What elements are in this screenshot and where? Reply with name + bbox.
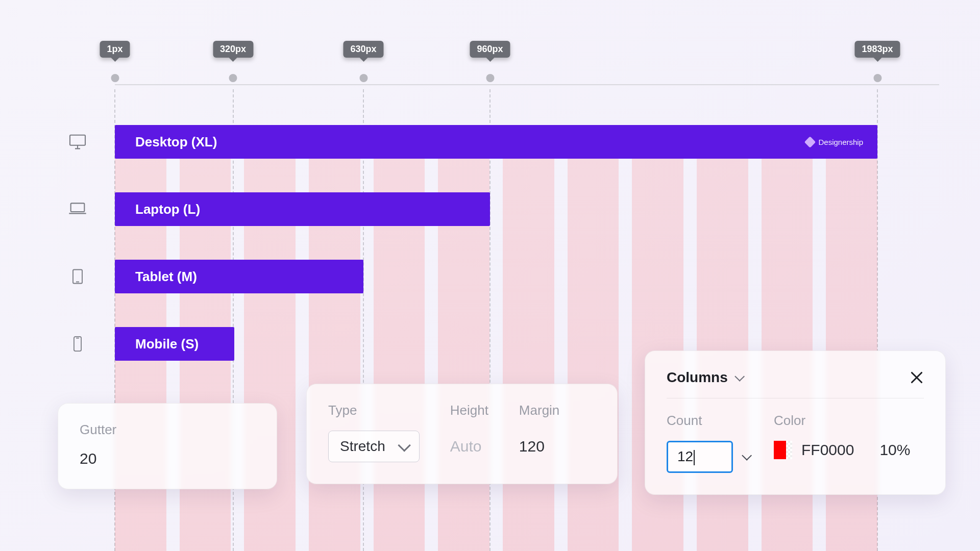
breakpoint-bar-laptop[interactable]: Laptop (L) (115, 192, 490, 226)
chevron-down-icon (398, 439, 410, 452)
breakpoint-badge: 1px (100, 41, 130, 58)
count-input[interactable]: 12 (667, 441, 733, 473)
breakpoint-label: Desktop (XL) (135, 134, 217, 150)
brand-name: Designership (818, 138, 863, 146)
breakpoint-marker[interactable]: 320px (213, 41, 253, 82)
count-label: Count (667, 413, 749, 429)
breakpoint-row-laptop: Laptop (L) (66, 192, 490, 226)
tablet-icon (66, 265, 89, 288)
type-select[interactable]: Stretch (328, 431, 420, 462)
chevron-down-icon[interactable] (742, 450, 752, 461)
ruler-line (115, 84, 939, 85)
svg-rect-1 (71, 203, 85, 212)
breakpoint-marker[interactable]: 630px (344, 41, 384, 82)
breakpoint-label: Tablet (M) (135, 269, 197, 285)
breakpoint-row-desktop: Desktop (XL) Designership (66, 125, 877, 159)
height-value[interactable]: Auto (450, 431, 488, 455)
breakpoint-label: Laptop (L) (135, 202, 200, 217)
color-opacity[interactable]: 10% (879, 441, 910, 459)
columns-title-dropdown[interactable]: Columns (667, 369, 742, 386)
panel-type-height-margin[interactable]: Type Stretch Height Auto Margin 120 (306, 384, 618, 484)
breakpoint-marker[interactable]: 1px (100, 41, 130, 82)
breakpoint-bar-tablet[interactable]: Tablet (M) (115, 260, 363, 293)
breakpoint-dot[interactable] (111, 74, 119, 82)
type-label: Type (328, 403, 420, 418)
brand-tag: Designership (806, 138, 863, 146)
laptop-icon (66, 198, 89, 220)
breakpoint-badge: 320px (213, 41, 253, 58)
height-label: Height (450, 403, 488, 418)
color-hex[interactable]: FF0000 (801, 441, 854, 459)
color-swatch[interactable] (774, 441, 792, 459)
breakpoint-dot[interactable] (873, 74, 881, 82)
columns-title: Columns (667, 369, 728, 386)
gutter-value[interactable]: 20 (80, 450, 255, 467)
breakpoint-badge: 1983px (854, 41, 900, 58)
brand-logo-icon (804, 136, 816, 148)
type-value: Stretch (340, 438, 385, 455)
svg-rect-0 (70, 135, 85, 145)
desktop-icon (66, 131, 89, 153)
breakpoint-dot[interactable] (486, 74, 494, 82)
margin-value[interactable]: 120 (519, 431, 559, 455)
breakpoint-row-tablet: Tablet (M) (66, 260, 363, 293)
breakpoint-dot[interactable] (359, 74, 368, 82)
mobile-icon (66, 333, 89, 355)
chevron-down-icon (734, 371, 745, 382)
breakpoint-marker[interactable]: 960px (470, 41, 510, 82)
breakpoint-dot[interactable] (229, 74, 237, 82)
count-value: 12 (677, 448, 693, 464)
color-label: Color (774, 413, 910, 429)
breakpoint-bar-mobile[interactable]: Mobile (S) (115, 327, 234, 361)
text-caret (694, 450, 695, 465)
breakpoint-badge: 960px (470, 41, 510, 58)
panel-gutter[interactable]: Gutter 20 (58, 403, 277, 489)
breakpoint-marker[interactable]: 1983px (854, 41, 900, 82)
svg-rect-2 (73, 270, 82, 284)
breakpoint-badge: 630px (344, 41, 384, 58)
breakpoint-bar-desktop[interactable]: Desktop (XL) Designership (115, 125, 877, 159)
panel-columns[interactable]: Columns Count 12 Color FF0000 10% (645, 350, 946, 495)
svg-rect-4 (74, 337, 81, 351)
close-icon[interactable] (910, 370, 924, 385)
breakpoint-row-mobile: Mobile (S) (66, 327, 234, 361)
gutter-label: Gutter (80, 422, 255, 438)
margin-label: Margin (519, 403, 559, 418)
breakpoint-label: Mobile (S) (135, 336, 199, 352)
